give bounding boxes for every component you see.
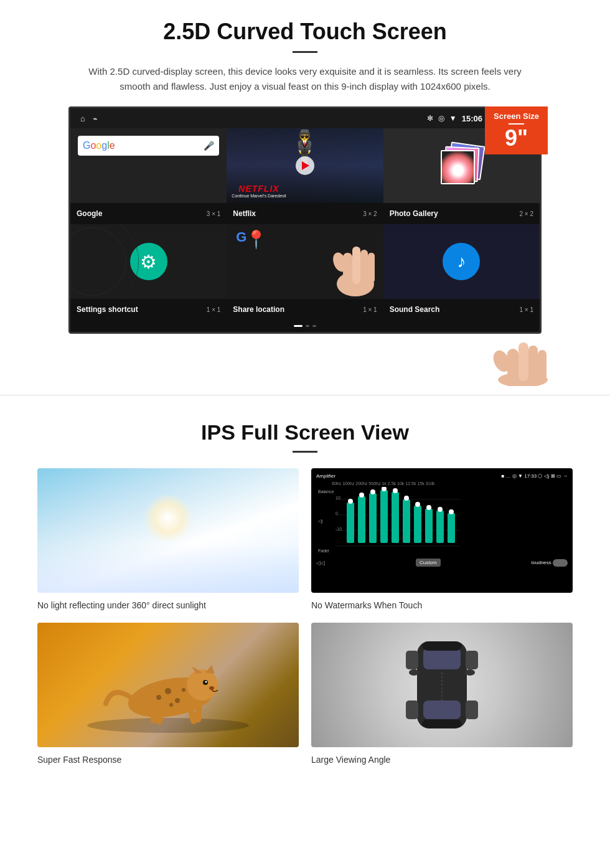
netflix-subtitle: Continue Marvel's Daredevil [232,194,286,198]
svg-text:0: 0 [336,511,338,516]
app-grid-row1: Google 🎤 🕴 [70,128,540,203]
svg-point-47 [165,688,171,694]
svg-point-62 [465,669,475,676]
status-bar-left: ⌂ ⌁ [80,114,98,123]
svg-point-31 [370,489,375,494]
settings-cell[interactable]: ⚙ [70,224,227,299]
svg-rect-63 [406,651,418,669]
share-location-cell[interactable]: G 📍 [227,224,383,299]
label-row-2: Settings shortcut 1 × 1 Share location 1… [70,299,540,320]
car-svg [380,629,504,741]
google-app-cell[interactable]: Google 🎤 [70,128,227,203]
status-bar: ⌂ ⌁ ✻ ◎ ▼ 15:06 ⬡ ◁) ⊠ ▭ [70,108,540,128]
svg-rect-22 [380,490,388,543]
music-note-icon: ♪ [457,252,466,271]
signal-icon: ▼ [449,114,457,123]
mic-icon[interactable]: 🎤 [204,141,214,151]
google-search-bar[interactable]: Google 🎤 [78,136,219,156]
eq-bars-svg: 10 0 -10 [336,487,460,555]
svg-point-36 [426,505,431,510]
netflix-brand: NETFLIX [232,184,286,194]
touch-hand-svg [486,336,560,386]
badge-size: 9" [505,125,528,151]
loudness-toggle[interactable] [553,559,568,567]
section-ips: IPS Full Screen View No light reflecting… [0,402,610,777]
share-label: Share location 1 × 1 [227,303,383,316]
eq-background: Amplifier ■ … ◎ ▼ 17:33 ⬡ ◁) ⊠ ▭ → 60hz … [311,468,573,593]
google-label: Google 3 × 1 [70,207,227,220]
sound-label: Sound Search 1 × 1 [383,303,540,316]
svg-text:-10: -10 [336,527,342,531]
cheetah-caption: Super Fast Response [37,755,299,765]
eq-status-icons: ■ … ◎ ▼ 17:33 ⬡ ◁) ⊠ ▭ → [502,473,568,479]
section1-title: 2.5D Curved Touch Screen [37,19,573,45]
dots-indicator [70,320,540,332]
image-grid: No light reflecting under 360° direct su… [37,468,573,765]
svg-point-46 [209,686,214,690]
dot-2 [306,325,309,327]
svg-rect-25 [414,506,421,543]
touch-hand-area [0,336,610,389]
svg-point-30 [359,493,364,498]
sky-gradient [37,543,299,593]
svg-rect-23 [392,492,399,543]
title-underline [293,51,317,53]
svg-rect-27 [436,511,444,543]
home-icon[interactable]: ⌂ [80,114,85,123]
badge-underline [509,123,524,125]
svg-rect-9 [528,346,538,382]
google-logo: Google [83,140,115,151]
amplifier-label: Amplifier [316,473,336,479]
svg-rect-20 [358,496,365,543]
bluetooth-icon: ✻ [427,114,433,123]
dot-1 [294,325,303,327]
svg-point-29 [348,499,353,504]
gallery-stack [439,144,483,187]
sun-glow [143,493,193,543]
section-divider [0,395,610,395]
svg-point-38 [449,509,454,514]
sound-search-cell[interactable]: ♪ [383,224,540,299]
svg-point-41 [187,669,218,701]
netflix-app-cell[interactable]: 🕴 NETFLIX Continue Marvel's Daredevil [227,128,383,203]
car-caption: Large Viewing Angle [311,755,573,765]
status-time: 15:06 [462,114,482,123]
eq-main-area: Balance ◁) Fader 10 [316,487,568,555]
svg-rect-57 [423,648,461,669]
device-wrapper: Screen Size 9" ⌂ ⌁ ✻ ◎ ▼ 15:06 ⬡ ◁) ⊠ [68,106,542,334]
equalizer-block: Amplifier ■ … ◎ ▼ 17:33 ⬡ ◁) ⊠ ▭ → 60hz … [311,468,573,610]
hand-svg [327,228,383,296]
dot-3 [312,325,316,327]
screen-size-badge: Screen Size 9" [485,106,548,154]
settings-label: Settings shortcut 1 × 1 [70,303,227,316]
play-button[interactable] [296,156,314,175]
svg-point-39 [87,718,249,733]
svg-rect-64 [466,651,478,669]
svg-rect-59 [422,641,462,651]
equalizer-caption: No Watermarks When Touch [311,600,573,610]
svg-point-49 [156,695,161,700]
sunlight-block: No light reflecting under 360° direct su… [37,468,299,610]
sound-circle: ♪ [443,243,480,280]
svg-rect-66 [466,701,478,719]
app-grid-row2: ⚙ G 📍 [70,224,540,299]
location-icon: ◎ [438,114,444,123]
eq-bottom-bar: ◁◁ Custom loudness [316,559,568,567]
eq-topbar: Amplifier ■ … ◎ ▼ 17:33 ⬡ ◁) ⊠ ▭ → [316,473,568,479]
eq-custom-button[interactable]: Custom [416,559,441,567]
sunlight-caption: No light reflecting under 360° direct su… [37,600,299,610]
section2-title: IPS Full Screen View [37,420,573,445]
usb-icon: ⌁ [93,114,98,123]
label-row-1: Google 3 × 1 Netflix 3 × 2 Photo Gallery… [70,203,540,224]
car-image [311,623,573,747]
eq-freq-labels: 60hz 100hz 200hz 500hz 1k 2.5k 10k 12.5k… [316,481,568,486]
svg-point-50 [182,688,185,692]
svg-point-34 [404,496,409,501]
gear-icon: ⚙ [140,251,157,273]
sunlight-image [37,468,299,593]
netflix-logo-overlay: NETFLIX Continue Marvel's Daredevil [232,184,286,198]
sky-background [37,468,299,593]
car-block: Large Viewing Angle [311,623,573,765]
svg-rect-10 [538,350,547,381]
svg-point-45 [205,681,207,683]
